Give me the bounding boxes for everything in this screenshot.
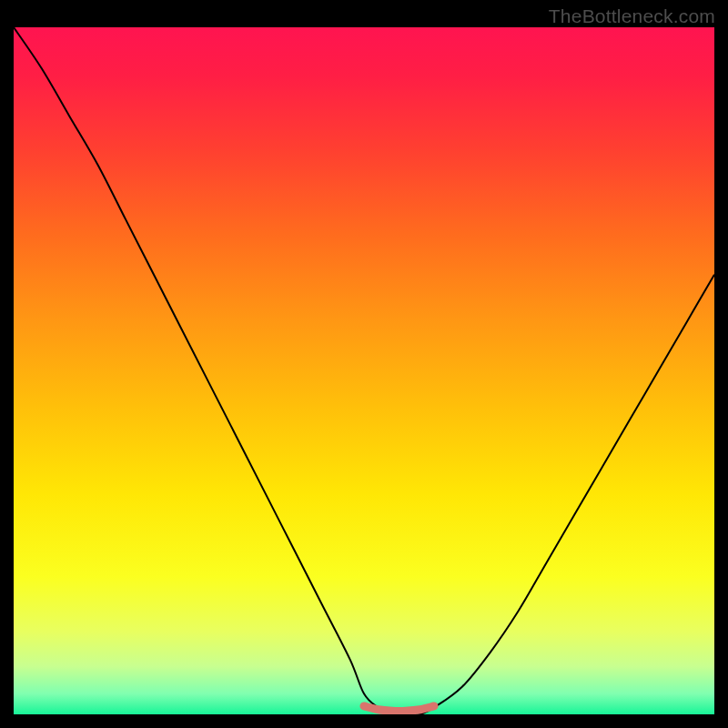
watermark-label: TheBottleneck.com <box>549 5 715 27</box>
chart-frame: TheBottleneck.com <box>0 0 728 728</box>
bottleneck-chart <box>14 27 714 714</box>
gradient-background <box>14 27 714 714</box>
plot-area <box>14 27 714 714</box>
